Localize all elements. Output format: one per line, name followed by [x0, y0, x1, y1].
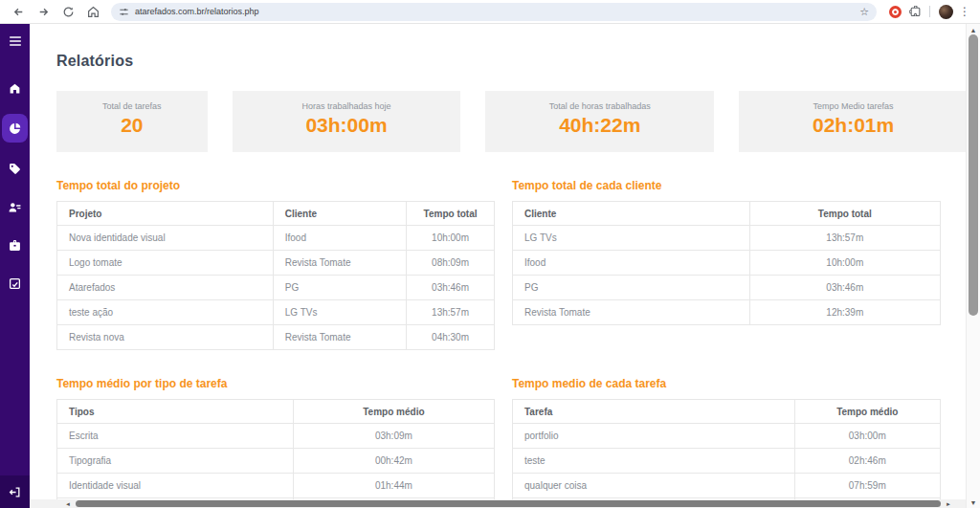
column-header: Tipos — [57, 400, 294, 424]
table-cell: Revista Tomate — [273, 325, 406, 350]
table-row: portfolio03h:00m — [513, 424, 941, 449]
back-icon[interactable] — [9, 2, 28, 21]
home-button-icon[interactable] — [83, 2, 102, 21]
browser-menu-icon[interactable]: ⋮ — [959, 6, 970, 17]
data-table: ClienteTempo totalLG TVs13h:57mIfood10h:… — [512, 201, 941, 325]
sidebar-item-projects[interactable] — [3, 232, 28, 257]
stat-label: Horas trabalhadas hoje — [233, 101, 461, 111]
table-row: Tipografia00h:42m — [57, 449, 495, 474]
horizontal-scrollbar[interactable]: ◄ ► — [30, 499, 966, 508]
table-tempo-total-cliente: ClienteTempo totalLG TVs13h:57mIfood10h:… — [512, 201, 941, 325]
table-row: teste açãoLG TVs13h:57m — [57, 300, 495, 325]
vertical-scroll-thumb[interactable] — [969, 34, 978, 316]
table-row: Ifood10h:00m — [513, 251, 941, 276]
browser-toolbar: atarefados.com.br/relatorios.php ☆ ⋮ — [0, 0, 980, 24]
table-cell: 00h:42m — [293, 449, 494, 474]
stat-cards-row: Total de tarefas 20 Horas trabalhadas ho… — [56, 91, 968, 152]
stat-card-total-tarefas: Total de tarefas 20 — [56, 91, 208, 152]
main-content: Relatórios Total de tarefas 20 Horas tra… — [30, 24, 980, 508]
table-cell: 03h:46m — [407, 276, 495, 300]
table-cell: Atarefados — [57, 276, 274, 300]
table-cell: 13h:57m — [749, 226, 940, 251]
sidebar-item-tags[interactable] — [3, 156, 28, 181]
table-cell: Ifood — [513, 251, 750, 276]
table-tempo-medio-tipo: TiposTempo médioEscrita03h:09mTipografia… — [56, 399, 495, 508]
table-row: Logo tomateRevista Tomate08h:09m — [57, 251, 495, 276]
stat-card-total-horas: Total de horas trabalhadas 40h:22m — [485, 91, 714, 152]
scroll-down-arrow[interactable]: ▼ — [967, 497, 980, 508]
clients-icon — [9, 201, 21, 213]
table-cell: 10h:00m — [749, 251, 940, 276]
data-table: TarefaTempo médioportfolio03h:00mteste02… — [512, 399, 941, 508]
pie-chart-icon — [9, 122, 21, 135]
sidebar — [0, 24, 30, 508]
red-extension-icon[interactable] — [889, 6, 902, 18]
stat-card-tempo-medio: Tempo Medio tarefas 02h:01m — [739, 91, 968, 152]
table-tempo-total-projeto: ProjetoClienteTempo totalNova identidade… — [56, 201, 495, 350]
scroll-left-arrow[interactable]: ◄ — [62, 499, 74, 508]
table-cell: 10h:00m — [407, 226, 495, 251]
stat-label: Tempo Medio tarefas — [739, 101, 968, 111]
table-cell: Escrita — [57, 424, 294, 449]
stat-value: 03h:00m — [233, 114, 461, 137]
table-cell: 08h:09m — [407, 251, 495, 276]
page-title: Relatórios — [56, 53, 980, 70]
reload-icon[interactable] — [58, 2, 78, 21]
sidebar-footer — [0, 475, 30, 508]
extensions-icon[interactable] — [909, 6, 922, 18]
table-cell: 04h:30m — [407, 325, 495, 350]
table-cell: LG TVs — [513, 226, 750, 251]
table-row: teste02h:46m — [513, 449, 941, 474]
table-row: Escrita03h:09m — [57, 424, 495, 449]
table-cell: Nova identidade visual — [57, 226, 274, 251]
logout-button[interactable] — [9, 486, 21, 498]
horizontal-scroll-thumb[interactable] — [76, 500, 941, 507]
forward-icon[interactable] — [33, 2, 53, 21]
stat-label: Total de horas trabalhadas — [485, 101, 714, 111]
sidebar-item-home[interactable] — [3, 76, 28, 100]
address-bar[interactable]: atarefados.com.br/relatorios.php ☆ — [111, 3, 877, 21]
stat-card-horas-hoje: Horas trabalhadas hoje 03h:00m — [233, 91, 461, 152]
sidebar-item-tasks[interactable] — [3, 271, 28, 296]
url-text[interactable]: atarefados.com.br/relatorios.php — [135, 7, 259, 16]
column-header: Cliente — [513, 202, 750, 226]
sidebar-item-reports[interactable] — [2, 114, 28, 143]
column-header: Tempo total — [749, 202, 940, 226]
table-cell: 13h:57m — [407, 300, 495, 325]
tag-icon — [9, 163, 21, 175]
section-title: Tempo total de cada cliente — [512, 179, 941, 192]
table-cell: portfolio — [513, 424, 795, 449]
table-cell: 07h:59m — [794, 474, 940, 498]
site-settings-icon[interactable] — [119, 7, 129, 17]
table-cell: Logo tomate — [57, 251, 274, 276]
table-row: LG TVs13h:57m — [513, 226, 941, 251]
column-header: Tempo médio — [794, 400, 940, 424]
column-header: Tempo total — [407, 202, 495, 226]
menu-hamburger-icon[interactable] — [9, 33, 22, 51]
table-row: PG03h:46m — [513, 276, 941, 300]
table-cell: qualquer coisa — [513, 474, 795, 498]
table-cell: Revista Tomate — [273, 251, 406, 276]
table-row: AtarefadosPG03h:46m — [57, 276, 495, 300]
stat-value: 40h:22m — [485, 114, 714, 137]
stat-label: Total de tarefas — [56, 101, 208, 111]
table-cell: 12h:39m — [749, 300, 940, 325]
data-table: TiposTempo médioEscrita03h:09mTipografia… — [56, 399, 495, 508]
bookmark-star-icon[interactable]: ☆ — [859, 6, 869, 18]
toolbar-divider — [929, 6, 930, 17]
table-cell: Revista nova — [57, 325, 274, 350]
column-header: Projeto — [57, 202, 274, 226]
table-cell: Tipografia — [57, 449, 294, 474]
table-row: Identidade visual01h:44m — [57, 474, 495, 498]
vertical-scrollbar[interactable]: ▲ ▼ — [966, 24, 980, 508]
scroll-right-arrow[interactable]: ► — [943, 499, 954, 508]
briefcase-icon — [9, 239, 21, 252]
table-cell: LG TVs — [273, 300, 406, 325]
stat-value: 02h:01m — [739, 114, 968, 137]
section-tempo-total-projeto: Tempo total do projeto ProjetoClienteTem… — [56, 179, 495, 350]
table-cell: PG — [513, 276, 750, 300]
sidebar-item-clients[interactable] — [3, 194, 28, 219]
profile-avatar[interactable] — [939, 5, 953, 19]
data-table: ProjetoClienteTempo totalNova identidade… — [56, 201, 495, 350]
table-cell: PG — [273, 276, 406, 300]
